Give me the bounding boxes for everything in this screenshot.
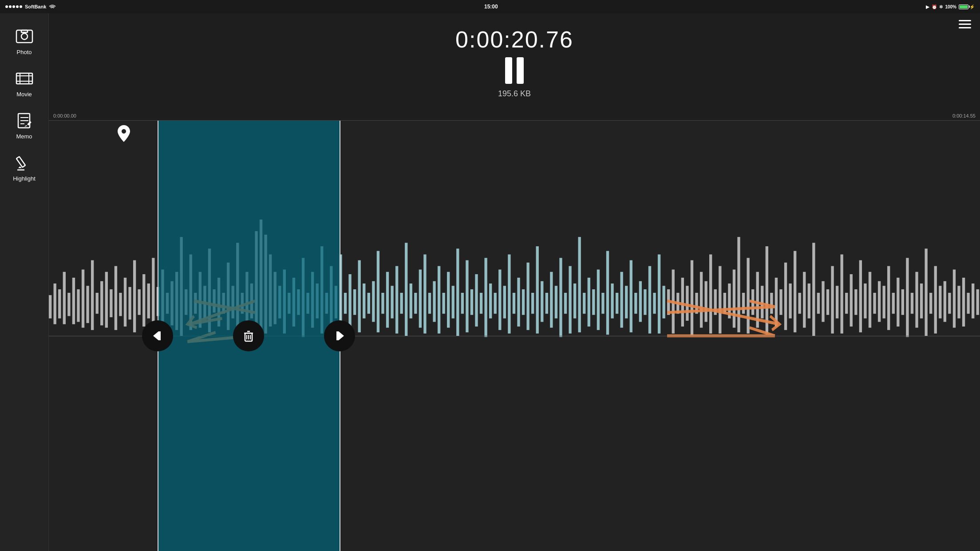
timeline-area[interactable]: 0:00:00.00 0:00:14.55 <box>49 111 490 276</box>
svg-rect-177 <box>484 258 487 276</box>
waveform-container[interactable] <box>49 121 490 276</box>
cursor-line-right <box>340 121 340 276</box>
signal-dot <box>20 5 22 8</box>
signal-dot <box>9 5 12 8</box>
status-time: 15:00 <box>484 4 490 10</box>
svg-rect-175 <box>475 274 478 276</box>
svg-rect-39 <box>152 258 154 276</box>
svg-rect-163 <box>419 270 422 276</box>
svg-rect-26 <box>91 260 94 276</box>
sidebar-item-highlight[interactable]: Highlight <box>0 149 48 186</box>
svg-marker-15 <box>18 166 22 168</box>
svg-rect-37 <box>142 274 145 276</box>
status-bar: SoftBank 15:00 ▶ ⏰ ✲ 100% ⚡ <box>0 0 490 13</box>
location-pin <box>118 125 130 145</box>
sidebar-label-photo: Photo <box>17 49 32 55</box>
sidebar-label-movie: Movie <box>16 91 32 98</box>
time-start: 0:00:00.00 <box>53 113 76 118</box>
svg-rect-35 <box>133 260 136 276</box>
signal-dot <box>16 5 19 8</box>
main-content: 0:00:20.76 195.6 KB 0:00:00.00 0:00:14.5… <box>49 13 490 276</box>
svg-rect-171 <box>456 248 459 276</box>
svg-rect-154 <box>377 251 379 276</box>
svg-rect-20 <box>63 272 66 276</box>
svg-rect-173 <box>466 260 468 276</box>
svg-marker-13 <box>24 125 27 127</box>
selection-region <box>158 121 340 276</box>
timer-display: 0:00:20.76 <box>455 26 490 53</box>
svg-rect-148 <box>348 274 351 276</box>
memo-icon <box>15 111 34 130</box>
carrier-label: SoftBank <box>25 4 46 9</box>
time-labels: 0:00:00.00 0:00:14.55 <box>49 111 490 121</box>
sidebar-label-highlight: Highlight <box>13 175 36 182</box>
svg-rect-150 <box>358 260 361 276</box>
movie-icon <box>15 69 34 88</box>
svg-rect-158 <box>395 266 398 276</box>
svg-rect-24 <box>82 270 84 276</box>
svg-rect-156 <box>386 272 389 276</box>
svg-rect-167 <box>438 266 440 276</box>
svg-rect-169 <box>447 272 450 276</box>
highlight-icon <box>15 153 34 173</box>
svg-rect-164 <box>423 254 426 276</box>
status-left: SoftBank <box>5 4 56 10</box>
sidebar-item-memo[interactable]: Memo <box>0 106 48 144</box>
wifi-icon <box>49 4 56 10</box>
signal-dots <box>5 5 22 8</box>
svg-rect-3 <box>16 73 32 84</box>
svg-rect-160 <box>405 243 407 276</box>
svg-rect-14 <box>16 157 25 167</box>
svg-point-1 <box>21 33 28 39</box>
svg-rect-2 <box>21 30 28 32</box>
top-info: 0:00:20.76 195.6 KB <box>49 13 490 111</box>
signal-dot <box>5 5 8 8</box>
cursor-line-left <box>158 121 158 276</box>
sidebar: Photo Movie Memo <box>0 13 49 276</box>
sidebar-item-photo[interactable]: Photo <box>0 22 48 60</box>
photo-icon <box>15 27 34 46</box>
sidebar-label-memo: Memo <box>16 133 32 140</box>
svg-rect-31 <box>115 266 117 276</box>
signal-dot <box>12 5 15 8</box>
svg-rect-29 <box>105 272 108 276</box>
sidebar-item-movie[interactable]: Movie <box>0 64 48 102</box>
